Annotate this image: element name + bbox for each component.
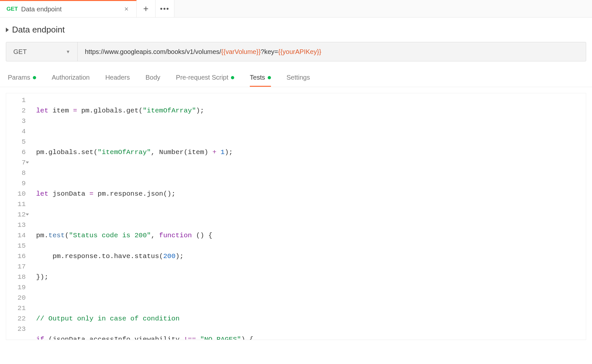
code-content[interactable]: let item = pm.globals.get("itemOfArray")… xyxy=(30,93,516,340)
request-header-row: Data endpoint xyxy=(0,18,592,42)
status-dot-icon xyxy=(231,76,234,79)
line-number: 1 xyxy=(6,95,26,106)
tab-settings[interactable]: Settings xyxy=(287,74,310,87)
line-number: 7 xyxy=(6,158,26,168)
status-dot-icon xyxy=(268,76,271,79)
request-section-tabs: Params Authorization Headers Body Pre-re… xyxy=(0,61,592,87)
line-number-gutter: 1 2 3 4 5 6 7 8 9 10 11 12 13 14 15 16 1… xyxy=(6,93,30,340)
chevron-down-icon: ▼ xyxy=(66,49,70,54)
line-number: 21 xyxy=(6,303,26,314)
tab-label: Settings xyxy=(287,74,310,81)
close-icon[interactable]: × xyxy=(123,5,130,13)
line-number: 8 xyxy=(6,168,26,178)
tab-overflow-button[interactable]: ••• xyxy=(155,0,174,17)
line-number: 11 xyxy=(6,199,26,210)
line-number: 22 xyxy=(6,314,26,324)
line-number: 23 xyxy=(6,324,26,334)
code-editor[interactable]: 1 2 3 4 5 6 7 8 9 10 11 12 13 14 15 16 1… xyxy=(6,93,586,340)
url-variable: {{varVolume}} xyxy=(221,48,261,56)
tab-body[interactable]: Body xyxy=(145,74,160,87)
tab-label: Pre-request Script xyxy=(176,74,228,81)
url-bar: GET ▼ https://www.googleapis.com/books/v… xyxy=(6,42,586,61)
line-number: 5 xyxy=(6,137,26,147)
line-number: 17 xyxy=(6,262,26,272)
tab-label: Tests xyxy=(250,74,265,81)
http-method-label: GET xyxy=(13,48,27,56)
tab-title: Data endpoint xyxy=(21,6,62,13)
tab-label: Body xyxy=(145,74,160,81)
url-variable: {{yourAPIKey}} xyxy=(278,48,321,56)
tab-authorization[interactable]: Authorization xyxy=(52,74,90,87)
request-name: Data endpoint xyxy=(12,25,65,35)
line-number: 20 xyxy=(6,293,26,303)
line-number: 10 xyxy=(6,189,26,199)
tab-label: Params xyxy=(8,74,30,81)
line-number: 9 xyxy=(6,178,26,189)
line-number: 18 xyxy=(6,272,26,282)
status-dot-icon xyxy=(33,76,36,79)
tab-bar: GET Data endpoint × + ••• xyxy=(0,0,592,18)
new-tab-button[interactable]: + xyxy=(137,0,155,17)
line-number: 6 xyxy=(6,147,26,158)
line-number: 14 xyxy=(6,230,26,241)
line-number: 4 xyxy=(6,126,26,137)
line-number: 16 xyxy=(6,251,26,262)
tab-tests[interactable]: Tests xyxy=(250,74,271,87)
line-number: 2 xyxy=(6,106,26,116)
tab-method-badge: GET xyxy=(7,6,18,12)
line-number: 13 xyxy=(6,220,26,230)
request-tab[interactable]: GET Data endpoint × xyxy=(0,0,137,17)
http-method-select[interactable]: GET ▼ xyxy=(6,42,78,61)
chevron-right-icon[interactable] xyxy=(6,28,9,32)
line-number: 12 xyxy=(6,210,26,220)
tab-prerequest[interactable]: Pre-request Script xyxy=(176,74,234,87)
tab-headers[interactable]: Headers xyxy=(105,74,130,87)
line-number: 15 xyxy=(6,241,26,251)
url-input[interactable]: https://www.googleapis.com/books/v1/volu… xyxy=(78,42,586,61)
url-segment: ?key= xyxy=(261,48,278,56)
line-number: 3 xyxy=(6,116,26,126)
line-number: 19 xyxy=(6,282,26,293)
tab-params[interactable]: Params xyxy=(8,74,36,87)
tab-label: Authorization xyxy=(52,74,90,81)
tab-label: Headers xyxy=(105,74,130,81)
url-segment: https://www.googleapis.com/books/v1/volu… xyxy=(85,48,221,56)
